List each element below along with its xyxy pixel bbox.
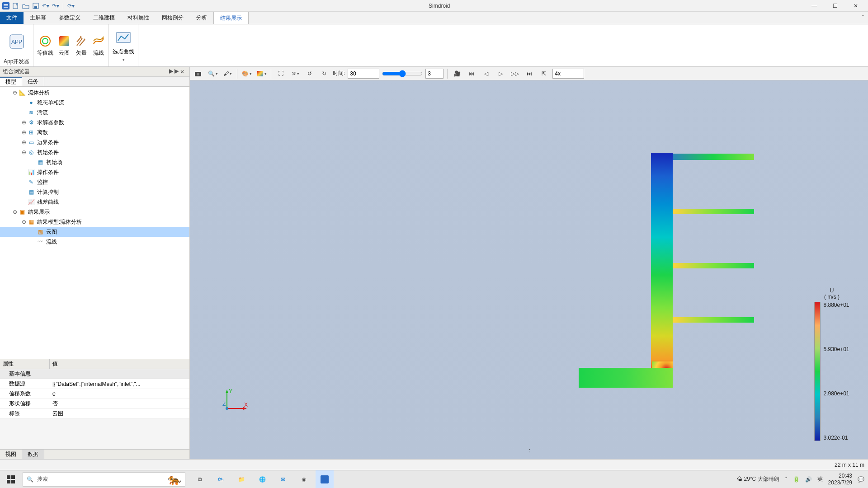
export-icon[interactable]: ⇱ (538, 68, 550, 79)
edge-icon[interactable]: 🌐 (253, 470, 271, 488)
tab-mesh[interactable]: 网格剖分 (156, 12, 190, 24)
contour-fill-button[interactable]: 云图 (58, 35, 71, 57)
explorer-icon[interactable]: 📁 (232, 470, 250, 488)
svg-rect-22 (321, 475, 329, 483)
model-icon: ▦ (27, 218, 35, 225)
streamline-button[interactable]: 流线 (92, 35, 105, 57)
tab-home[interactable]: 主屏幕 (24, 12, 52, 24)
notifications-icon[interactable]: 💬 (858, 476, 864, 483)
axis-x-label: X (244, 402, 248, 408)
pin-icon[interactable]: ⯈⯈ (169, 69, 178, 75)
tab-data[interactable]: 数据 (22, 450, 44, 459)
prev-frame-icon[interactable]: ◁ (480, 68, 492, 79)
store-icon[interactable]: 🛍 (212, 470, 230, 488)
taskbar-apps: ⧉ 🛍 📁 🌐 ✉ ◉ (191, 470, 334, 488)
left-panel: 组合浏览器 ⯈⯈ ✕ 模型 任务 ⊖📐流体分析 ●稳态单相流 ≋湍流 ⊕⚙求解器… (0, 67, 190, 459)
tab-params[interactable]: 参数定义 (52, 12, 87, 24)
tree-node: ✎监控 (0, 177, 189, 187)
tree-node: 📈残差曲线 (0, 197, 189, 207)
field-icon: ▦ (36, 159, 44, 166)
ime-indicator[interactable]: 英 (817, 475, 823, 483)
time-input[interactable] (348, 69, 379, 79)
maximize-button[interactable]: ☐ (825, 0, 845, 12)
tab-tasks[interactable]: 任务 (22, 77, 44, 86)
refresh-icon[interactable]: ⟳▾ (67, 2, 75, 10)
solver-icon: ⚙ (27, 119, 35, 126)
colorbar (814, 302, 821, 441)
status-center: : (529, 447, 530, 454)
contour-line-button[interactable]: 等值线 (37, 35, 53, 57)
taskbar-search[interactable]: 🔍 搜索 🐅 (23, 472, 185, 487)
start-button[interactable] (0, 470, 22, 488)
tab-analysis[interactable]: 分析 (190, 12, 213, 24)
time-slider[interactable] (382, 70, 423, 77)
time-label: 时间: (333, 70, 345, 77)
camera-icon[interactable] (193, 68, 204, 79)
svg-marker-14 (226, 389, 228, 393)
magnify-icon[interactable]: 🔍 (207, 68, 219, 79)
weather-widget[interactable]: 🌤 29°C 大部晴朗 (737, 475, 779, 483)
appdev-button[interactable]: APP (9, 33, 25, 50)
search-mascot-icon: 🐅 (168, 473, 181, 486)
ic-icon: ◎ (27, 149, 35, 156)
last-frame-icon[interactable]: ⏭ (524, 68, 535, 79)
axis-icon[interactable]: ⤱ (289, 68, 301, 79)
model-tree[interactable]: ⊖📐流体分析 ●稳态单相流 ≋湍流 ⊕⚙求解器参数 ⊕⊞离散 ⊕▭边界条件 ⊖◎… (0, 87, 189, 359)
paint-icon[interactable]: 🎨 (241, 68, 253, 79)
tab-results[interactable]: 结果展示 (213, 12, 249, 24)
legend-ticks: 8.880e+01 5.930e+01 2.980e+01 3.022e-01 (821, 302, 849, 441)
next-frame-icon[interactable]: ▷▷ (509, 68, 521, 79)
close-panel-icon[interactable]: ✕ (178, 69, 187, 75)
axis-z-label: Z (222, 401, 226, 407)
first-frame-icon[interactable]: ⏮ (466, 68, 477, 79)
tray-chevron-icon[interactable]: ˄ (785, 476, 788, 483)
new-icon[interactable] (12, 2, 20, 10)
props-bottom-tabs: 视图 数据 (0, 449, 189, 459)
tab-material[interactable]: 材料属性 (121, 12, 156, 24)
contour-fill-icon (58, 35, 71, 47)
app-generic-icon[interactable]: ◉ (295, 470, 313, 488)
rotate-ccw-icon[interactable]: ↺ (304, 68, 316, 79)
highlight-icon[interactable]: 🖌 (222, 68, 233, 79)
tab-view[interactable]: 视图 (0, 450, 22, 459)
tab-model[interactable]: 模型 (0, 77, 22, 86)
simdroid-taskbar-icon[interactable] (316, 470, 334, 488)
system-tray: 🌤 29°C 大部晴朗 ˄ 🔋 🔊 英 20:43 2023/7/29 💬 (737, 473, 868, 486)
record-icon[interactable]: 🎥 (451, 68, 463, 79)
battery-icon[interactable]: 🔋 (793, 476, 800, 483)
play-icon[interactable]: ▷ (495, 68, 506, 79)
tab-file[interactable]: 文件 (0, 12, 24, 24)
open-icon[interactable] (22, 2, 30, 10)
view-toolbar: 🔍 🖌 🎨 ⛶ ⤱ ↺ ↻ 时间: 🎥 ⏮ ◁ ▷ ▷▷ ⏭ ⇱ (190, 67, 868, 80)
svg-rect-8 (59, 36, 69, 46)
ribbon-tabs: 文件 主屏幕 参数定义 二维建模 材料属性 网格剖分 分析 结果展示 ˇ (0, 12, 868, 24)
speed-select[interactable] (552, 69, 584, 79)
axis-y-label: Y (229, 388, 232, 394)
close-button[interactable]: ✕ (845, 0, 866, 12)
ribbon-collapse-icon[interactable]: ˇ (858, 12, 868, 24)
frame-input[interactable] (425, 69, 443, 79)
props-row: 标签云图 (0, 409, 189, 419)
fit-icon[interactable]: ⛶ (275, 68, 287, 79)
app-logo-icon[interactable] (2, 2, 10, 10)
vector-button[interactable]: 矢量 (75, 35, 88, 57)
lbl: 选点曲线 (113, 48, 134, 56)
pointcurve-button[interactable]: 选点曲线 ▾ (113, 30, 134, 62)
canvas-3d[interactable]: Y X Z U ( m/s ) 8.880e+01 5.930e+01 2.98… (190, 80, 868, 459)
taskbar-clock[interactable]: 20:43 2023/7/29 (828, 473, 852, 486)
save-icon[interactable] (32, 2, 40, 10)
rotate-cw-icon[interactable]: ↻ (318, 68, 330, 79)
svg-rect-19 (11, 475, 15, 479)
taskview-icon[interactable]: ⧉ (191, 470, 209, 488)
browser-title: 组合浏览器 ⯈⯈ ✕ (0, 67, 189, 77)
volume-icon[interactable]: 🔊 (805, 476, 812, 483)
svg-rect-21 (11, 480, 15, 483)
mail-icon[interactable]: ✉ (274, 470, 292, 488)
undo-icon[interactable]: ↶▾ (42, 2, 50, 10)
tab-2dmodel[interactable]: 二维建模 (87, 12, 121, 24)
cube-icon[interactable] (255, 68, 267, 79)
props-col-val: 值 (50, 359, 189, 369)
minimize-button[interactable]: — (804, 0, 825, 12)
redo-icon[interactable]: ↷▾ (52, 2, 60, 10)
tree-node: ▦初始场 (0, 157, 189, 167)
